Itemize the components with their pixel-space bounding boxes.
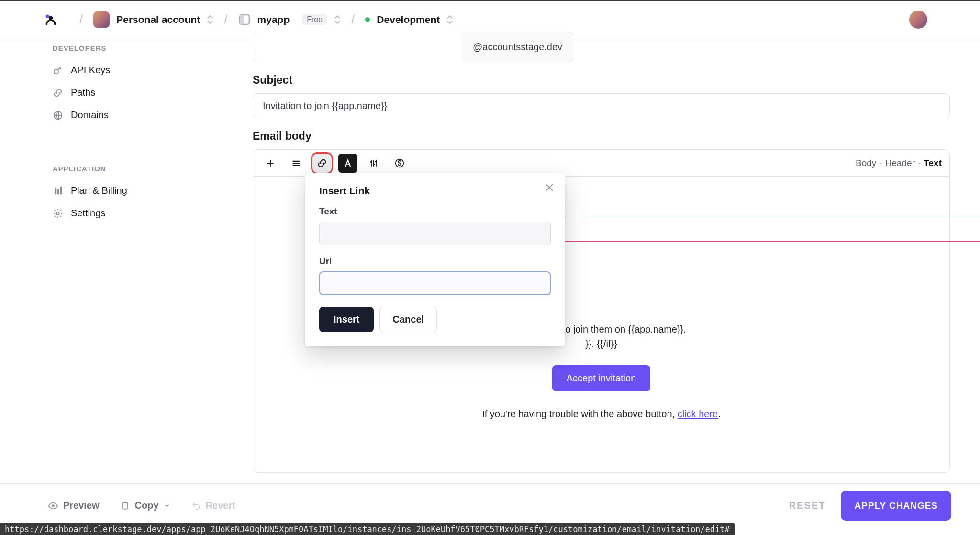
account-label: Personal account — [116, 14, 200, 25]
copy-button[interactable]: Copy — [121, 500, 170, 511]
sidebar-item-label: Plan & Billing — [71, 185, 127, 196]
svg-point-1 — [46, 14, 49, 18]
editor-breadcrumb[interactable]: Body-Header-Text — [856, 158, 942, 168]
toolbar-add-button[interactable] — [261, 154, 280, 173]
sidebar-item-label: Settings — [71, 208, 105, 219]
undo-icon — [191, 501, 201, 511]
revert-button[interactable]: Revert — [191, 500, 235, 511]
from-row: @accountsstage.dev — [253, 32, 950, 62]
sidebar-item-plan-billing[interactable]: Plan & Billing — [53, 179, 172, 202]
svg-point-11 — [373, 163, 375, 165]
crumb-sep: / — [224, 12, 227, 27]
sidebar-caption-application: APPLICATION — [53, 165, 172, 173]
sidebar-item-settings[interactable]: Settings — [53, 202, 172, 224]
chain-link-icon — [317, 158, 327, 168]
sidebar-item-label: API Keys — [71, 65, 110, 76]
bc-text: Text — [924, 158, 942, 168]
toolbar-sliders-button[interactable] — [364, 154, 383, 173]
preview-button[interactable]: Preview — [48, 500, 100, 511]
svg-point-12 — [375, 160, 377, 162]
close-icon[interactable] — [543, 181, 556, 194]
apply-changes-button[interactable]: APPLY CHANGES — [841, 491, 951, 521]
revert-label: Revert — [206, 500, 235, 511]
click-here-link[interactable]: click here — [678, 409, 718, 419]
trouble-line: If you're having trouble with the above … — [272, 409, 930, 420]
browser-status-url: https://dashboard.clerkstage.dev/apps/ap… — [0, 523, 735, 535]
avatar-sm — [93, 11, 110, 28]
toolbar-lines-button[interactable] — [287, 154, 306, 173]
svg-point-9 — [56, 212, 59, 215]
svg-rect-8 — [60, 186, 62, 194]
footer: Preview Copy Revert RESET APPLY CHANGES — [0, 483, 980, 527]
sidebar-item-label: Paths — [71, 87, 95, 98]
toolbar-variable-button[interactable] — [390, 154, 409, 173]
svg-point-10 — [370, 161, 372, 163]
gear-icon — [53, 208, 63, 219]
billing-icon — [53, 186, 63, 196]
svg-rect-3 — [240, 15, 244, 24]
popup-text-label: Text — [319, 206, 551, 217]
svg-rect-6 — [55, 187, 57, 194]
toolbar-textcolor-button[interactable] — [338, 154, 357, 173]
insert-link-popup: Insert Link Text Url Insert Cancel — [305, 173, 565, 346]
preview-label: Preview — [63, 500, 100, 511]
sidebar-caption-developers: DEVELOPERS — [53, 44, 172, 52]
circle-s-icon — [394, 158, 405, 168]
footer-right: RESET APPLY CHANGES — [789, 491, 951, 521]
trouble-suffix: . — [718, 409, 721, 419]
email-body-label: Email body — [253, 130, 950, 143]
svg-rect-7 — [57, 189, 59, 194]
from-local-input[interactable] — [253, 32, 462, 62]
toolbar-link-button[interactable] — [312, 154, 332, 173]
insert-button[interactable]: Insert — [319, 307, 374, 332]
popup-actions: Insert Cancel — [319, 307, 551, 332]
reset-button[interactable]: RESET — [789, 500, 826, 511]
app-box-icon — [238, 13, 251, 26]
chevron-updown-icon — [207, 14, 213, 25]
svg-point-14 — [52, 504, 55, 507]
trouble-prefix: If you're having trouble with the above … — [482, 409, 678, 419]
lines-icon — [291, 158, 301, 168]
popup-url-label: Url — [319, 256, 551, 267]
eye-icon — [48, 501, 58, 511]
globe-icon — [53, 110, 63, 121]
bc-header: Header — [885, 158, 915, 168]
popup-title: Insert Link — [319, 185, 551, 197]
chevron-down-icon — [164, 502, 170, 509]
key-icon — [53, 65, 63, 76]
logo-icon — [44, 13, 57, 26]
cancel-button[interactable]: Cancel — [379, 307, 437, 332]
crumb-sep: / — [79, 12, 83, 27]
account-switcher[interactable]: Personal account — [93, 11, 213, 28]
subject-input[interactable] — [253, 93, 950, 118]
sidebar-item-paths[interactable]: Paths — [53, 81, 172, 104]
popup-text-input[interactable] — [319, 222, 551, 245]
bc-body: Body — [856, 158, 876, 168]
accept-invitation-button[interactable]: Accept invitation — [552, 365, 651, 391]
plus-icon — [266, 158, 275, 168]
svg-rect-16 — [124, 502, 126, 503]
sidebar-item-domains[interactable]: Domains — [53, 104, 172, 126]
subject-label: Subject — [253, 74, 950, 87]
letter-a-icon — [343, 158, 353, 168]
popup-url-input[interactable] — [319, 271, 551, 295]
sidebar-item-api-keys[interactable]: API Keys — [53, 59, 172, 81]
link-icon — [53, 88, 63, 98]
from-domain-suffix: @accountsstage.dev — [462, 32, 573, 62]
sliders-icon — [369, 158, 379, 168]
clipboard-icon — [121, 501, 130, 511]
svg-rect-15 — [123, 502, 128, 509]
copy-label: Copy — [135, 500, 159, 511]
sidebar-item-label: Domains — [71, 110, 109, 121]
sidebar: DEVELOPERS API Keys Paths Domains APPLIC… — [0, 39, 172, 224]
